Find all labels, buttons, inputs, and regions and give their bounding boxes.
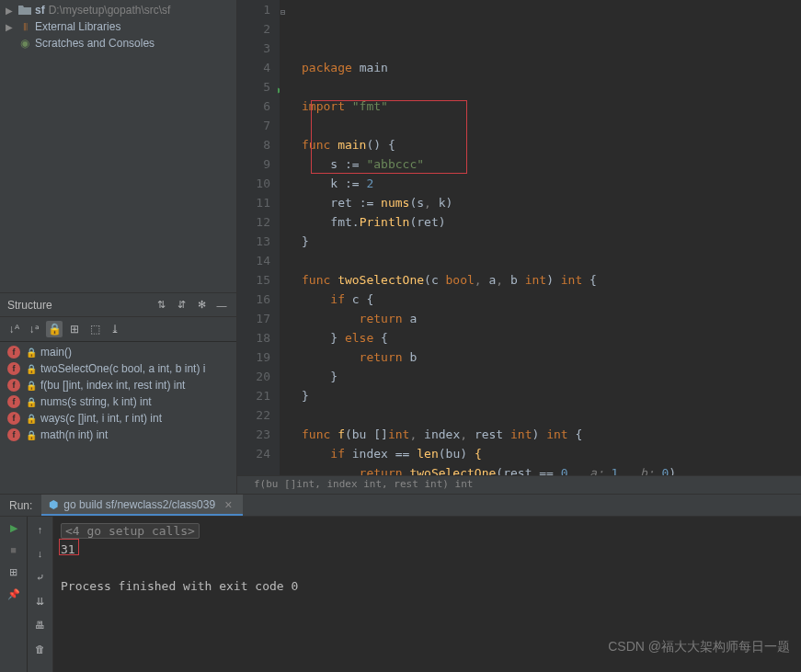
ext-libs-label: External Libraries bbox=[35, 20, 120, 33]
chevron-right-icon: ▶ bbox=[6, 6, 15, 16]
structure-list: f🔒main()f🔒twoSelectOne(c bool, a int, b … bbox=[0, 342, 236, 494]
project-root[interactable]: ▶ sf D:\mysetup\gopath\src\sf bbox=[0, 2, 236, 18]
gear-icon[interactable]: ✻ bbox=[194, 298, 209, 313]
code-line[interactable]: ret := nums(s, k) bbox=[298, 193, 801, 212]
close-icon[interactable]: × bbox=[221, 497, 235, 512]
code-line[interactable] bbox=[298, 116, 801, 135]
line-gutter: 12345▶6789101112131415161718192021222324 bbox=[237, 0, 280, 475]
external-libraries[interactable]: ▶ ⫴ External Libraries bbox=[0, 18, 236, 35]
chevron-right-icon: ▶ bbox=[6, 22, 15, 32]
sort-icon[interactable]: ⇅ bbox=[154, 298, 168, 313]
up-icon[interactable]: ↑ bbox=[33, 522, 48, 537]
structure-item[interactable]: f🔒nums(s string, k int) int bbox=[0, 393, 236, 410]
go-icon: ⬢ bbox=[49, 498, 58, 511]
structure-item[interactable]: f🔒ways(c []int, i int, r int) int bbox=[0, 410, 236, 427]
collapse-icon[interactable]: ⬚ bbox=[86, 321, 103, 337]
code-line[interactable]: } else { bbox=[298, 328, 801, 347]
lock-icon: 🔒 bbox=[26, 430, 35, 440]
run-tab[interactable]: ⬢ go build sf/newclass2/class039 × bbox=[41, 495, 243, 516]
print-icon[interactable]: 🖶 bbox=[33, 618, 48, 632]
pin-icon[interactable]: 📌 bbox=[6, 587, 21, 601]
structure-item[interactable]: f🔒math(n int) int bbox=[0, 427, 236, 443]
code-line[interactable]: import "fmt" bbox=[298, 97, 801, 116]
code-line[interactable]: } bbox=[298, 232, 801, 251]
code-line[interactable]: return b bbox=[298, 347, 801, 367]
function-icon: f bbox=[7, 412, 20, 425]
structure-item-label: math(n int) int bbox=[40, 428, 108, 441]
structure-item[interactable]: f🔒main() bbox=[0, 344, 236, 360]
run-tab-bar: Run: ⬢ go build sf/newclass2/class039 × bbox=[0, 495, 801, 517]
console-fold[interactable]: <4 go setup calls> bbox=[61, 523, 200, 539]
function-icon: f bbox=[7, 346, 20, 359]
code-line[interactable]: func twoSelectOne(c bool, a, b int) int … bbox=[298, 270, 801, 290]
fold-column: ⊟⊟⊟⊟⊟⊟ bbox=[280, 0, 292, 475]
library-icon: ⫴ bbox=[18, 21, 31, 32]
scratches-consoles[interactable]: ◉ Scratches and Consoles bbox=[0, 35, 236, 51]
sort-visibility-icon[interactable]: ↓ᵃ bbox=[26, 321, 42, 337]
structure-item-label: main() bbox=[40, 346, 72, 359]
code-line[interactable]: package main bbox=[298, 58, 801, 77]
lock-icon: 🔒 bbox=[26, 364, 35, 374]
structure-item[interactable]: f🔒twoSelectOne(c bool, a int, b int) i bbox=[0, 360, 236, 377]
lock-icon: 🔒 bbox=[26, 347, 35, 358]
scratches-label: Scratches and Consoles bbox=[35, 37, 154, 50]
autoscroll-icon[interactable]: ⤓ bbox=[107, 321, 123, 337]
folder-icon bbox=[18, 5, 31, 16]
breadcrumb[interactable]: f(bu []int, index int, rest int) int bbox=[237, 475, 801, 494]
structure-item-label: twoSelectOne(c bool, a int, b int) i bbox=[40, 362, 205, 375]
code-area[interactable]: package mainimport "fmt"func main() { s … bbox=[292, 0, 801, 475]
scratch-icon: ◉ bbox=[18, 38, 31, 49]
run-tab-label: go build sf/newclass2/class039 bbox=[63, 498, 215, 511]
code-line[interactable] bbox=[298, 405, 801, 425]
run-panel: Run: ⬢ go build sf/newclass2/class039 × … bbox=[0, 494, 801, 672]
code-line[interactable]: func f(bu []int, index, rest int) int { bbox=[298, 425, 801, 444]
code-line[interactable]: if index == len(bu) { bbox=[298, 444, 801, 463]
code-line[interactable]: s := "abbccc" bbox=[298, 154, 801, 174]
run-toolbar-secondary: ↑ ↓ ⤶ ⇊ 🖶 🗑 bbox=[28, 517, 53, 672]
structure-item-label: ways(c []int, i int, r int) int bbox=[40, 412, 162, 425]
editor-body[interactable]: 12345▶6789101112131415161718192021222324… bbox=[237, 0, 801, 475]
wrap-icon[interactable]: ⤶ bbox=[33, 570, 48, 585]
code-line[interactable]: k := 2 bbox=[298, 174, 801, 193]
console-exit: Process finished with exit code 0 bbox=[61, 579, 298, 593]
code-line[interactable]: if c { bbox=[298, 290, 801, 309]
function-icon: f bbox=[7, 362, 20, 375]
project-tree: ▶ sf D:\mysetup\gopath\src\sf ▶ ⫴ Extern… bbox=[0, 0, 236, 53]
layout-icon[interactable]: ⊞ bbox=[6, 564, 21, 579]
function-icon: f bbox=[7, 395, 20, 408]
minimize-icon[interactable]: — bbox=[214, 298, 229, 313]
structure-item-label: f(bu []int, index int, rest int) int bbox=[40, 379, 185, 392]
trash-icon[interactable]: 🗑 bbox=[33, 642, 48, 656]
project-sidebar: ▶ sf D:\mysetup\gopath\src\sf ▶ ⫴ Extern… bbox=[0, 0, 237, 494]
code-line[interactable] bbox=[298, 251, 801, 270]
project-name: sf bbox=[35, 4, 45, 17]
lock-toggle-icon[interactable]: 🔒 bbox=[46, 321, 63, 337]
code-line[interactable]: } bbox=[298, 386, 801, 405]
function-icon: f bbox=[7, 379, 20, 392]
console-result: 31 bbox=[61, 542, 75, 556]
code-line[interactable]: fmt.Println(ret) bbox=[298, 212, 801, 232]
code-line[interactable]: func main() { bbox=[298, 135, 801, 154]
project-path: D:\mysetup\gopath\src\sf bbox=[49, 4, 171, 17]
structure-header: Structure ⇅ ⇵ ✻ — bbox=[0, 293, 236, 317]
structure-title: Structure bbox=[7, 299, 148, 312]
structure-item-label: nums(s string, k int) int bbox=[40, 395, 152, 408]
editor-panel: 12345▶6789101112131415161718192021222324… bbox=[237, 0, 801, 494]
code-line[interactable]: return twoSelectOne(rest == 0, a: 1, b: … bbox=[298, 463, 801, 475]
sort-alpha-icon[interactable]: ↓ᴬ bbox=[6, 321, 22, 337]
structure-item[interactable]: f🔒f(bu []int, index int, rest int) int bbox=[0, 377, 236, 393]
code-line[interactable] bbox=[298, 77, 801, 97]
lock-icon: 🔒 bbox=[26, 381, 35, 391]
expand-icon[interactable]: ⊞ bbox=[66, 321, 83, 337]
structure-toolbar: ↓ᴬ ↓ᵃ 🔒 ⊞ ⬚ ⤓ bbox=[0, 317, 236, 342]
play-icon[interactable]: ▶ bbox=[6, 520, 21, 535]
structure-panel: Structure ⇅ ⇵ ✻ — ↓ᴬ ↓ᵃ 🔒 ⊞ ⬚ ⤓ f🔒main()… bbox=[0, 292, 236, 494]
code-line[interactable]: return a bbox=[298, 309, 801, 328]
stop-icon[interactable]: ■ bbox=[6, 542, 21, 557]
scroll-icon[interactable]: ⇊ bbox=[33, 594, 48, 609]
filter-icon[interactable]: ⇵ bbox=[174, 298, 189, 313]
run-label: Run: bbox=[0, 495, 41, 516]
down-icon[interactable]: ↓ bbox=[33, 546, 48, 561]
console-output[interactable]: <4 go setup calls> 31 Process finished w… bbox=[53, 517, 801, 672]
code-line[interactable]: } bbox=[298, 367, 801, 386]
